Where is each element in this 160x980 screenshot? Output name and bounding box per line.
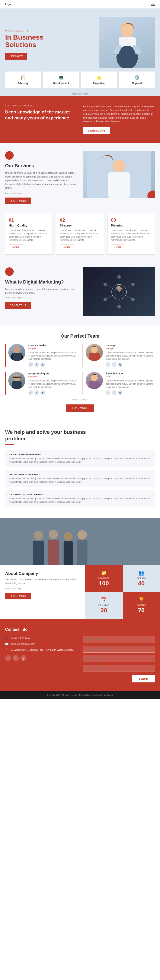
- clients-value: 40: [138, 580, 145, 587]
- service-card-expertise[interactable]: ⭐ Expertise: [81, 72, 117, 88]
- service-cta-2[interactable]: MORE: [60, 245, 74, 250]
- dk-cta-button[interactable]: LEARN MORE: [83, 127, 110, 134]
- service-title-2: Strategy: [60, 224, 100, 227]
- team-role-1: designer: [28, 347, 77, 350]
- svg-rect-28: [13, 377, 21, 378]
- service-cta-1[interactable]: MORE: [9, 245, 23, 250]
- team-info-2: manager manager Lorem sed do eiusmod tem…: [106, 344, 155, 367]
- team-card-4: Sales Manager sales Lorem sed do eiusmod…: [83, 372, 155, 395]
- help-item-title-3: LEARNING & DEVELOPMENT: [10, 493, 150, 496]
- advisory-label: Advisory: [8, 82, 38, 85]
- svg-rect-23: [11, 353, 22, 361]
- about-cta-button[interactable]: LEARN MORE: [5, 593, 31, 600]
- email-icon: ✉️: [5, 642, 8, 645]
- avatar-1: [8, 344, 26, 361]
- dm-cta-button[interactable]: CONTACT US: [5, 302, 31, 309]
- facebook-icon-1[interactable]: f: [28, 362, 33, 367]
- projects-icon: 📁: [101, 570, 107, 576]
- help-item-desc-2: Ut enim ad minim veniam, quis nostrud ex…: [10, 477, 150, 484]
- hero-section: we are experts In Business Solutions JOI…: [0, 8, 160, 68]
- projects-value: 100: [99, 580, 109, 587]
- contact-submit-button[interactable]: SUBMIT: [132, 675, 155, 682]
- about-section: About Company Sample text. Click to sele…: [0, 518, 160, 619]
- service-card-advisory[interactable]: 📋 Advisory: [5, 72, 41, 88]
- social-icons-3: f t ig: [28, 390, 77, 395]
- twitter-icon-3[interactable]: t: [34, 390, 39, 395]
- dm-img-credit: Image from Freepik: [5, 296, 77, 299]
- hero-person-svg: [108, 19, 146, 68]
- service-card-development[interactable]: 💻 Development: [43, 72, 79, 88]
- contact-facebook-icon[interactable]: f: [5, 655, 11, 661]
- contact-email-input[interactable]: [83, 646, 155, 652]
- help-headline: We help and solve your business problem.: [5, 429, 90, 442]
- contact-instagram-icon[interactable]: ig: [21, 655, 26, 661]
- twitter-icon-2[interactable]: t: [112, 362, 117, 367]
- service-card-support[interactable]: 🛡️ Support: [119, 72, 155, 88]
- svg-point-22: [13, 346, 20, 353]
- service-cta-3[interactable]: MORE: [111, 245, 125, 250]
- os-left: Our Services Ut enim ad minim veniam, qu…: [5, 151, 77, 204]
- hero-cta-button[interactable]: JOIN NOW: [5, 53, 27, 60]
- about-img-credit: Image from Freepik: [5, 587, 80, 590]
- team-load-more-button[interactable]: LOAD MORE: [66, 404, 94, 412]
- avatar-1-svg: [10, 345, 23, 361]
- instagram-icon-3[interactable]: ig: [40, 390, 45, 395]
- svg-line-20: [107, 296, 113, 298]
- hamburger-menu[interactable]: [151, 3, 155, 6]
- svg-point-13: [117, 305, 121, 309]
- contact-layout: 📞 +1 (234) 567-8910 ✉️ contact@company.c…: [5, 636, 155, 682]
- service-box-3: 03 Planning Lorem ipsum dolor sit amet, …: [107, 213, 155, 255]
- team-info-3: programming guru developer Lorem sed do …: [28, 372, 77, 395]
- team-name-1: creative leader: [28, 344, 77, 347]
- contact-name-input[interactable]: [83, 636, 155, 643]
- svg-rect-25: [89, 353, 100, 361]
- os-body: Ut enim ad minim veniam, quis nostrud ex…: [5, 171, 77, 190]
- service-desc-3: Lorem ipsum dolor sit amet, consectetur …: [111, 229, 151, 242]
- contact-subject-input[interactable]: [83, 655, 155, 662]
- facebook-icon-3[interactable]: f: [28, 390, 33, 395]
- instagram-icon-4[interactable]: ig: [118, 390, 122, 395]
- dm-headline: What is Digital Marketing?: [5, 279, 77, 285]
- about-content-row: About Company Sample text. Click to sele…: [0, 565, 160, 619]
- contact-twitter-icon[interactable]: t: [13, 655, 19, 661]
- twitter-icon-1[interactable]: t: [34, 362, 39, 367]
- svg-rect-40: [0, 518, 160, 565]
- team-card-1: creative leader designer Lorem sed do ei…: [5, 344, 77, 367]
- contact-address: 📍 85 Willow Lane, Belleview Falls, New S…: [5, 648, 77, 652]
- help-item-3: LEARNING & DEVELOPMENT Ut enim ad minim …: [5, 490, 155, 507]
- os-cta-button[interactable]: LEARN MORE: [5, 197, 31, 204]
- social-icons-4: f t ig: [106, 390, 155, 395]
- facebook-icon-4[interactable]: f: [106, 390, 110, 395]
- team-card-2: manager manager Lorem sed do eiusmod tem…: [83, 344, 155, 367]
- help-section: We help and solve your business problem.…: [0, 420, 160, 518]
- help-item-title-1: COST TRANSFORMATION: [10, 453, 150, 456]
- support-icon: 🛡️: [122, 75, 152, 80]
- avatar-4-svg: [88, 373, 101, 389]
- about-image-svg: [0, 518, 160, 565]
- phone-text: +1 (234) 567-8910: [11, 636, 30, 640]
- os-right-image: [83, 151, 155, 198]
- service-desc-1: Lorem ipsum dolor sit amet, consectetur …: [9, 229, 49, 242]
- service-cards-row: 📋 Advisory 💻 Development ⭐ Expertise 🛡️ …: [0, 68, 160, 92]
- facebook-icon-2[interactable]: f: [106, 362, 110, 367]
- stat-clients: 👥 CLIENTS 40: [123, 565, 160, 592]
- team-name-2: manager: [106, 344, 155, 347]
- dk-headline: Deep knowledge of the market and many ye…: [5, 109, 77, 121]
- contact-left: 📞 +1 (234) 567-8910 ✉️ contact@company.c…: [5, 636, 77, 682]
- hero-img-credit: Image from Freepik: [0, 92, 160, 96]
- instagram-icon-1[interactable]: ig: [40, 362, 45, 367]
- twitter-icon-4[interactable]: t: [112, 390, 117, 395]
- avatar-2: [86, 344, 103, 361]
- awards-icon: 🏆: [138, 597, 144, 603]
- team-info-1: creative leader designer Lorem sed do ei…: [28, 344, 77, 367]
- expertise-icon: ⭐: [85, 75, 114, 80]
- instagram-icon-2[interactable]: ig: [118, 362, 122, 367]
- service-title-3: Planning: [111, 224, 151, 227]
- avatar-4: [86, 372, 103, 389]
- clients-label: CLIENTS: [137, 577, 146, 579]
- svg-rect-30: [89, 381, 100, 389]
- help-item-desc-1: Ut enim ad minim veniam, quis nostrud ex…: [10, 457, 150, 464]
- contact-message-input[interactable]: [83, 665, 155, 672]
- dm-body: Lorem ipsum dolor sit amet, consectetur …: [5, 287, 77, 295]
- contact-phone: 📞 +1 (234) 567-8910: [5, 636, 77, 640]
